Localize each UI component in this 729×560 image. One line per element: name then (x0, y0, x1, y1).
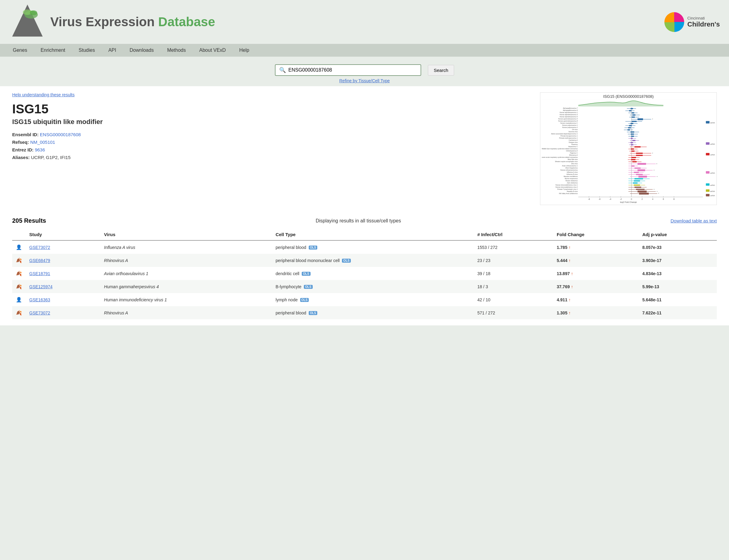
table-row: 🍂 GSE18791 Avian orthoavulavirus 1 dendr… (12, 267, 717, 280)
svg-text:ssRNA(-): ssRNA(-) (710, 172, 715, 174)
study-link[interactable]: GSE18791 (29, 271, 50, 276)
celltype-cell: dendritic cell OLS (272, 267, 474, 280)
col-adjp: Adj p-value (639, 229, 717, 240)
help-link[interactable]: Help understanding these results (12, 92, 531, 97)
study-link[interactable]: GSE125974 (29, 284, 52, 289)
svg-rect-81 (631, 108, 633, 109)
study-link[interactable]: GSE73072 (29, 245, 50, 250)
svg-text:-6: -6 (599, 198, 600, 200)
gene-subtitle: ISG15 ubiquitin like modifier (12, 118, 531, 126)
svg-rect-106 (631, 133, 634, 135)
results-table: Study Virus Cell Type # Infect/Ctrl Fold… (12, 229, 717, 319)
svg-rect-66 (706, 121, 709, 123)
nav-studies[interactable]: Studies (72, 44, 101, 57)
svg-rect-145 (634, 172, 639, 173)
row-type-icon: 👤 (12, 293, 26, 306)
svg-text:Alphapapillomavirus 9: Alphapapillomavirus 9 (563, 109, 578, 111)
svg-text:dsDNA-RT: dsDNA-RT (710, 190, 715, 192)
fold-up-arrow: ↑ (569, 245, 571, 250)
ols-badge: OLS (342, 259, 351, 263)
refseq-link[interactable]: NM_005101 (30, 140, 55, 145)
svg-text:Influenza B virus: Influenza B virus (567, 173, 578, 175)
svg-rect-116 (631, 144, 633, 145)
svg-text:Dengue virus: Dengue virus (569, 141, 578, 143)
gene-entrez: Entrez ID: 9636 (12, 147, 531, 152)
svg-marker-0 (12, 5, 43, 37)
ols-badge: OLS (300, 298, 309, 302)
svg-text:Western equine encephalitis vi: Western equine encephalitis virus (555, 161, 578, 162)
svg-rect-89 (632, 116, 635, 118)
nav-methods[interactable]: Methods (160, 44, 192, 57)
adj-p-cell: 5.648e-11 (639, 293, 717, 306)
svg-rect-98 (629, 125, 632, 126)
col-celltype: Cell Type (272, 229, 474, 240)
svg-rect-102 (628, 129, 630, 130)
logo-icon (9, 3, 46, 40)
fold-up-arrow: ↑ (569, 258, 571, 263)
svg-text:Human polyomavirus 2: Human polyomavirus 2 (562, 126, 578, 128)
svg-rect-96 (631, 123, 633, 124)
svg-rect-131 (631, 159, 635, 160)
nav-genes[interactable]: Genes (6, 44, 34, 57)
leaf-icon: 🍂 (16, 284, 22, 289)
svg-text:-2: -2 (620, 198, 622, 200)
search-input[interactable] (288, 67, 404, 73)
svg-rect-83 (629, 110, 631, 111)
ols-badge: OLS (309, 311, 318, 315)
entrez-link[interactable]: 9636 (35, 147, 45, 152)
nav-api[interactable]: API (101, 44, 123, 57)
study-link[interactable]: GSE73072 (29, 310, 50, 315)
infect-ctrl-cell: 18 / 3 (474, 280, 553, 293)
ols-badge: OLS (304, 285, 313, 289)
virus-cell: Rhinovirus A (100, 306, 272, 319)
svg-text:Human alphaherpesvirus 1: Human alphaherpesvirus 1 (560, 112, 578, 113)
navigation: Genes Enrichment Studies API Downloads M… (0, 44, 729, 57)
ensembl-link[interactable]: ENSG00000187608 (40, 132, 81, 137)
svg-rect-162 (636, 189, 645, 190)
fold-up-arrow: ↑ (569, 297, 571, 302)
svg-text:Flavivirus: Flavivirus (571, 144, 578, 145)
svg-rect-168 (639, 193, 649, 195)
study-link[interactable]: GSE68479 (29, 258, 50, 263)
nav-enrichment[interactable]: Enrichment (34, 44, 72, 57)
fold-change-cell: 1.785 ↑ (553, 240, 639, 254)
search-button[interactable]: Search (428, 65, 454, 76)
refine-link[interactable]: Refine by Tissue/Cell Type (339, 78, 390, 83)
nav-downloads[interactable]: Downloads (123, 44, 160, 57)
svg-rect-85 (632, 112, 634, 113)
table-row: 🍂 GSE125974 Human gammaherpesvirus 4 B-l… (12, 280, 717, 293)
results-display: Displaying results in all tissue/cell ty… (316, 218, 401, 224)
adj-p-cell: 7.622e-11 (639, 306, 717, 319)
svg-text:Human gammaherpesvirus 4: Human gammaherpesvirus 4 (558, 118, 578, 120)
search-area: 🔍 Search Refine by Tissue/Cell Type (0, 57, 729, 86)
svg-rect-114 (631, 142, 633, 143)
svg-text:Dhori thogotovirus: Dhori thogotovirus (565, 167, 578, 169)
row-type-icon: 🍂 (12, 280, 26, 293)
svg-rect-165 (638, 191, 647, 193)
results-header: 205 Results Displaying results in all ti… (12, 217, 717, 224)
svg-text:Human orthopneumovirus: Human orthopneumovirus (560, 169, 578, 171)
main-content: Help understanding these results ISG15 I… (0, 86, 729, 211)
celltype-cell: peripheral blood mononuclear cell OLS (272, 254, 474, 267)
svg-rect-147 (636, 174, 643, 175)
nav-about[interactable]: About VExD (193, 44, 233, 57)
col-virus: Virus (100, 229, 272, 240)
study-link[interactable]: GSE16363 (29, 297, 50, 302)
download-table-link[interactable]: Download table as text (670, 218, 717, 223)
ols-badge: OLS (309, 246, 318, 250)
virus-cell: Avian orthoavulavirus 1 (100, 267, 272, 280)
row-type-icon: 🍂 (12, 267, 26, 280)
svg-rect-152 (635, 178, 643, 179)
svg-text:*: * (657, 176, 658, 178)
svg-text:Human immunodeficiency virus 2: Human immunodeficiency virus 2 (555, 186, 578, 188)
leaf-icon: 🍂 (16, 271, 22, 276)
nav-help[interactable]: Help (233, 44, 256, 57)
svg-text:*: * (654, 169, 655, 172)
results-section: 205 Results Displaying results in all ti… (0, 211, 729, 325)
svg-rect-127 (636, 155, 643, 156)
logo-area: Virus Expression Database (9, 3, 215, 41)
svg-text:Murine respirovirus: Murine respirovirus (565, 178, 578, 179)
svg-rect-94 (632, 121, 637, 122)
svg-rect-78 (706, 194, 709, 197)
study-cell: GSE73072 (26, 240, 100, 254)
